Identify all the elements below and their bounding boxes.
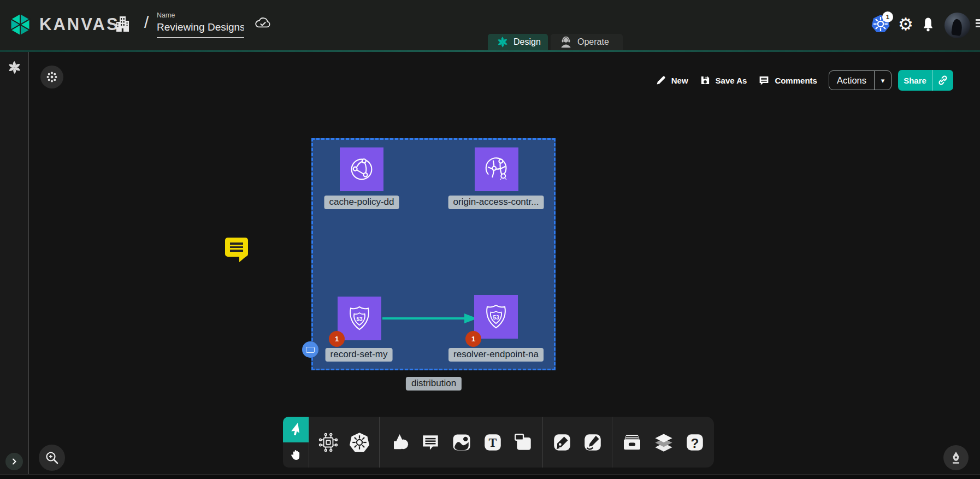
- kanvas-logo: KANVAS: [8, 12, 120, 37]
- group-label-distribution[interactable]: distribution: [406, 377, 462, 391]
- node-origin-access[interactable]: [475, 147, 518, 191]
- comment-tool[interactable]: [420, 432, 441, 453]
- note-icon: [513, 432, 534, 453]
- svg-text:53: 53: [493, 315, 499, 321]
- pen-path-tool[interactable]: [552, 432, 572, 453]
- chip-icon: [318, 432, 339, 453]
- kubernetes-tool[interactable]: [349, 431, 370, 453]
- note-tool[interactable]: [513, 432, 534, 453]
- operate-person-icon: [559, 36, 572, 49]
- user-avatar[interactable]: [944, 13, 970, 38]
- node-label-cache-policy[interactable]: cache-policy-dd: [324, 196, 399, 209]
- chevron-down-icon[interactable]: ▾: [875, 71, 891, 90]
- breadcrumb-separator: /: [144, 13, 149, 32]
- app-title: KANVAS: [39, 15, 120, 34]
- text-icon: T: [482, 432, 503, 453]
- floppy-disk-icon: [700, 75, 711, 86]
- origin-access-globe-icon: [481, 154, 512, 185]
- kanvas-logo-icon: [8, 12, 33, 37]
- pointer-tools: [283, 417, 309, 468]
- node-error-badge[interactable]: 1: [329, 331, 345, 347]
- question-mark-icon: ?: [684, 432, 705, 453]
- cloudfront-network-globe-icon: [346, 154, 377, 185]
- comments-button[interactable]: Comments: [758, 75, 817, 86]
- design-name-field: Name: [157, 11, 244, 38]
- actions-label: Actions: [829, 71, 874, 90]
- chevron-right-icon: [10, 457, 19, 466]
- components-tool[interactable]: [318, 432, 339, 453]
- image-icon: [451, 431, 473, 453]
- tab-design[interactable]: Design: [488, 34, 548, 50]
- text-tool[interactable]: T: [482, 432, 503, 453]
- tab-operate[interactable]: Operate: [551, 34, 623, 50]
- select-tool[interactable]: [283, 417, 309, 442]
- zoom-in-button[interactable]: [39, 445, 65, 471]
- cursor-arrow-icon: [289, 422, 303, 436]
- dot-grid-icon: [45, 70, 59, 84]
- share-label: Share: [898, 70, 932, 91]
- annotation-tools: T: [380, 417, 542, 468]
- design-name-input[interactable]: [157, 20, 244, 38]
- autosave-cloud-check-icon: [253, 16, 272, 30]
- save-as-label: Save As: [716, 76, 747, 85]
- hand-icon: [289, 448, 303, 462]
- drawer-tool[interactable]: [621, 431, 643, 453]
- copy-link-button[interactable]: [932, 70, 953, 91]
- canvas-comment-pin[interactable]: [225, 238, 248, 257]
- new-label: New: [671, 76, 688, 85]
- route53-shield-icon: 53: [481, 302, 511, 332]
- group-collapse-handle[interactable]: [302, 341, 318, 358]
- node-cache-policy[interactable]: [340, 147, 383, 191]
- comment-bubble-icon: [420, 432, 441, 453]
- comment-bubble-icon: [758, 75, 770, 86]
- meshery-swirl-icon[interactable]: [7, 60, 22, 75]
- dot-pattern-button[interactable]: [40, 66, 63, 88]
- drawer-icon: [621, 431, 643, 453]
- layers-icon: [653, 431, 675, 453]
- comments-label: Comments: [775, 76, 817, 85]
- actions-dropdown-button[interactable]: Actions ▾: [829, 70, 892, 90]
- help-tool[interactable]: ?: [684, 432, 705, 453]
- pan-tool[interactable]: [283, 442, 309, 468]
- node-label-record-set[interactable]: record-set-my: [326, 348, 393, 362]
- layers-tool[interactable]: [653, 431, 675, 453]
- library-tools: ?: [612, 417, 714, 468]
- route53-shield-icon: 53: [345, 304, 374, 333]
- design-canvas[interactable]: New Save As: [29, 52, 980, 474]
- save-as-button[interactable]: Save As: [700, 75, 747, 86]
- kubernetes-context-button[interactable]: 1: [871, 14, 894, 36]
- design-swirl-icon: [497, 36, 509, 48]
- settings-gear-icon[interactable]: ⚙: [898, 14, 913, 35]
- node-label-origin-access[interactable]: origin-access-contr...: [448, 196, 544, 209]
- node-resolver-endpoint[interactable]: 53: [474, 295, 518, 339]
- share-button[interactable]: Share: [898, 70, 953, 91]
- name-field-label: Name: [157, 11, 244, 19]
- tool-dock: T: [283, 417, 714, 468]
- workspace-building-icon[interactable]: [114, 14, 131, 34]
- app-header: KANVAS / Name: [0, 0, 980, 50]
- kanvas-app: KANVAS / Name: [0, 0, 980, 479]
- node-label-resolver-endpoint[interactable]: resolver-endpoint-na: [448, 348, 544, 362]
- pen-mode-button[interactable]: [943, 445, 969, 470]
- notifications-bell-icon[interactable]: [921, 17, 935, 32]
- tab-operate-label: Operate: [577, 37, 609, 47]
- frame-icon: [306, 347, 315, 353]
- hamburger-menu-icon[interactable]: [976, 19, 980, 31]
- sidebar-expand-button[interactable]: [5, 453, 23, 470]
- edge-record-to-resolver[interactable]: [382, 313, 479, 324]
- shapes-icon: [388, 431, 410, 453]
- header-accent-line: [0, 50, 980, 52]
- node-record-set[interactable]: 53: [338, 297, 381, 340]
- new-button[interactable]: New: [656, 75, 688, 86]
- shapes-tool[interactable]: [388, 431, 410, 453]
- tab-design-label: Design: [513, 37, 541, 47]
- pencil-scribble-icon: [582, 432, 603, 453]
- pencil-draw-tool[interactable]: [582, 432, 603, 453]
- pen-nib-icon: [948, 450, 964, 466]
- link-icon: [937, 74, 949, 86]
- canvas-action-toolbar: New Save As: [656, 70, 953, 91]
- image-tool[interactable]: [451, 431, 473, 453]
- node-error-badge[interactable]: 1: [465, 331, 481, 347]
- svg-text:53: 53: [356, 316, 363, 322]
- infra-tools: [309, 417, 379, 468]
